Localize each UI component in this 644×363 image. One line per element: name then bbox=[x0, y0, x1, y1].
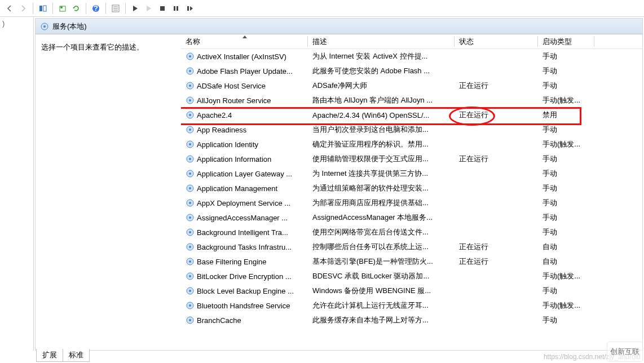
svg-rect-10 bbox=[160, 6, 165, 11]
svg-point-43 bbox=[189, 246, 191, 248]
service-desc: 为 Internet 连接共享提供第三方协... bbox=[308, 169, 455, 179]
service-type: 手动 bbox=[538, 286, 594, 296]
gear-icon bbox=[186, 81, 195, 90]
svg-point-45 bbox=[189, 260, 191, 263]
gear-icon bbox=[186, 67, 195, 76]
service-name: Block Level Backup Engine ... bbox=[197, 287, 294, 295]
pause-button[interactable] bbox=[170, 2, 182, 15]
service-type: 手动 bbox=[538, 154, 594, 164]
svg-point-19 bbox=[189, 70, 191, 72]
restart-button[interactable] bbox=[183, 2, 196, 15]
service-name: App Readiness bbox=[197, 126, 246, 134]
service-row[interactable]: Apache2.4Apache/2.4.34 (Win64) OpenSSL/.… bbox=[181, 108, 642, 122]
service-desc: 控制哪些后台任务可以在系统上运... bbox=[308, 242, 455, 252]
export-button[interactable] bbox=[56, 2, 69, 15]
service-desc: 此服务缓存来自本地子网上对等方... bbox=[308, 315, 455, 325]
corner-logo: 创新互联 bbox=[607, 342, 643, 362]
service-name: Background Tasks Infrastru... bbox=[197, 243, 292, 251]
service-name: ActiveX Installer (AxInstSV) bbox=[197, 52, 286, 61]
service-type: 手动 bbox=[538, 66, 594, 76]
svg-point-17 bbox=[189, 55, 191, 57]
service-desc: 使用辅助管理权限便于交互式应用... bbox=[308, 154, 455, 164]
service-desc: 为部署应用商店应用程序提供基础... bbox=[308, 198, 455, 208]
col-name[interactable]: 名称 bbox=[181, 34, 308, 48]
service-row[interactable]: Application Layer Gateway ...为 Internet … bbox=[181, 166, 642, 181]
service-desc: AssignedAccessManager 本地服务... bbox=[308, 213, 455, 223]
tab-extended[interactable]: 扩展 bbox=[36, 349, 63, 362]
service-name: Bluetooth Handsfree Service bbox=[197, 302, 290, 310]
service-desc: 路由本地 AllJoyn 客户端的 AllJoyn ... bbox=[308, 95, 455, 105]
svg-rect-12 bbox=[177, 6, 178, 11]
view-tabs: 扩展 标准 bbox=[36, 349, 90, 362]
svg-point-15 bbox=[43, 25, 46, 28]
tree-pane[interactable]: ) bbox=[0, 17, 34, 351]
gear-icon bbox=[186, 110, 195, 119]
service-desc: 为通过组策略部署的软件处理安装... bbox=[308, 183, 455, 193]
svg-rect-11 bbox=[174, 6, 175, 11]
properties-button[interactable] bbox=[109, 2, 122, 15]
svg-point-29 bbox=[189, 143, 191, 145]
service-row[interactable]: App Readiness当用户初次登录到这台电脑和添加...手动 bbox=[181, 122, 642, 137]
svg-point-47 bbox=[189, 275, 191, 277]
service-status: 正在运行 bbox=[455, 154, 538, 164]
service-row[interactable]: Background Tasks Infrastru...控制哪些后台任务可以在… bbox=[181, 240, 642, 254]
gear-icon bbox=[186, 125, 195, 134]
service-row[interactable]: Application Management为通过组策略部署的软件处理安装...… bbox=[181, 181, 642, 196]
tab-standard[interactable]: 标准 bbox=[63, 349, 90, 362]
show-hide-button[interactable] bbox=[37, 2, 49, 15]
play-button[interactable] bbox=[129, 2, 142, 15]
service-type: 手动 bbox=[538, 198, 594, 208]
service-row[interactable]: AppX Deployment Service ...为部署应用商店应用程序提供… bbox=[181, 196, 642, 210]
service-name: AppX Deployment Service ... bbox=[197, 199, 290, 207]
main-pane: 服务(本地) 选择一个项目来查看它的描述。 名称 描述 状态 启动类型 Acti… bbox=[35, 18, 643, 351]
gear-icon bbox=[186, 286, 195, 295]
gear-icon bbox=[186, 198, 195, 207]
service-type: 手动 bbox=[538, 125, 594, 135]
service-row[interactable]: ADSafe Host ServiceADSafe净网大师正在运行手动 bbox=[181, 78, 642, 93]
service-desc: BDESVC 承载 BitLocker 驱动器加... bbox=[308, 271, 455, 281]
service-row[interactable]: AssignedAccessManager ...AssignedAccessM… bbox=[181, 210, 642, 225]
service-row[interactable]: BranchCache此服务缓存来自本地子网上对等方...手动 bbox=[181, 313, 642, 327]
service-row[interactable]: Application Information使用辅助管理权限便于交互式应用..… bbox=[181, 152, 642, 166]
service-row[interactable]: Base Filtering Engine基本筛选引擎(BFE)是一种管理防火.… bbox=[181, 254, 642, 269]
service-row[interactable]: Background Intelligent Tra...使用空闲网络带宽在后台… bbox=[181, 225, 642, 240]
service-row[interactable]: Block Level Backup Engine ...Windows 备份使… bbox=[181, 284, 642, 298]
forward-button[interactable] bbox=[17, 2, 29, 15]
service-desc: 允许在此计算机上运行无线蓝牙耳... bbox=[308, 300, 455, 311]
service-row[interactable]: Adobe Flash Player Update...此服务可使您安装的 Ad… bbox=[181, 64, 642, 78]
service-name: Background Intelligent Tra... bbox=[197, 228, 288, 237]
gear-icon bbox=[186, 228, 195, 237]
service-type: 手动 bbox=[538, 213, 594, 223]
service-name: Application Layer Gateway ... bbox=[197, 170, 292, 178]
refresh-button[interactable] bbox=[70, 2, 82, 15]
service-status: 正在运行 bbox=[455, 242, 538, 252]
service-row[interactable]: BitLocker Drive Encryption ...BDESVC 承载 … bbox=[181, 269, 642, 284]
service-row[interactable]: AllJoyn Router Service路由本地 AllJoyn 客户端的 … bbox=[181, 93, 642, 108]
gear-icon bbox=[186, 169, 195, 178]
header-title: 服务(本地) bbox=[52, 21, 87, 32]
help-button[interactable]: ? bbox=[90, 2, 102, 15]
svg-point-3 bbox=[60, 6, 63, 8]
service-type: 手动 bbox=[538, 51, 594, 61]
service-name: Application Identity bbox=[197, 140, 258, 149]
service-row[interactable]: Bluetooth Handsfree Service允许在此计算机上运行无线蓝… bbox=[181, 298, 642, 313]
service-status: 正在运行 bbox=[455, 110, 538, 120]
col-desc[interactable]: 描述 bbox=[308, 34, 455, 48]
gear-icon bbox=[186, 52, 195, 61]
service-row[interactable]: ActiveX Installer (AxInstSV)为从 Internet … bbox=[181, 49, 642, 64]
svg-point-33 bbox=[189, 172, 191, 175]
service-desc: 为从 Internet 安装 ActiveX 控件提... bbox=[308, 51, 455, 61]
service-row[interactable]: Application Identity确定并验证应用程序的标识。禁用...手动… bbox=[181, 137, 642, 152]
col-status[interactable]: 状态 bbox=[455, 34, 538, 48]
back-button[interactable] bbox=[3, 2, 16, 15]
stop-button[interactable] bbox=[156, 2, 169, 15]
service-list: 名称 描述 状态 启动类型 ActiveX Installer (AxInstS… bbox=[181, 34, 642, 350]
service-name: Apache2.4 bbox=[197, 111, 232, 119]
gear-icon bbox=[40, 22, 49, 31]
service-desc: ADSafe净网大师 bbox=[308, 81, 455, 91]
col-startup[interactable]: 启动类型 bbox=[538, 34, 594, 48]
service-name: AllJoyn Router Service bbox=[197, 96, 271, 105]
service-desc: Apache/2.4.34 (Win64) OpenSSL/... bbox=[308, 111, 455, 119]
service-type: 手动(触发... bbox=[538, 300, 594, 311]
service-type: 手动(触发... bbox=[538, 139, 594, 149]
